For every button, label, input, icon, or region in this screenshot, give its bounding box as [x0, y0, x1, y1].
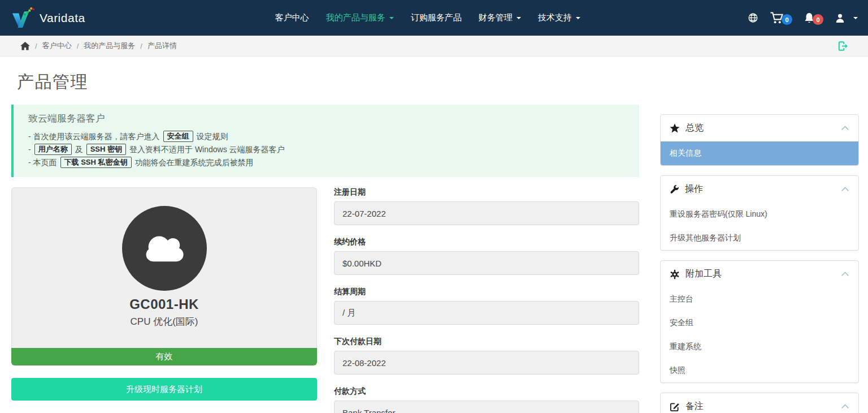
- star-icon: [670, 123, 680, 133]
- gear-icon: [670, 269, 680, 279]
- notice-box: 致云端服务器客户 - 首次使用该云端服务器，請客户進入 安全组 设定规则 - 用…: [11, 105, 639, 177]
- product-details-form: 注册日期 22-07-2022 续约价格 $0.00HKD 结算周期 / 月 下…: [334, 187, 639, 413]
- field-label: 付款方式: [334, 386, 639, 397]
- panel-title: 操作: [685, 183, 703, 195]
- notice-text: - 本页面: [28, 156, 57, 169]
- breadcrumb: / 客户中心 / 我的产品与服务 / 产品详情: [20, 41, 177, 51]
- chevron-down-icon: [389, 17, 394, 19]
- nav-item-my-products[interactable]: 我的产品与服务: [326, 12, 394, 23]
- logout-icon: [838, 41, 849, 51]
- chevron-up-icon: [841, 187, 849, 192]
- chevron-up-icon: [841, 404, 849, 409]
- sidebar-item-related-info[interactable]: 相关信息: [661, 141, 858, 165]
- notice-line: - 首次使用该云端服务器，請客户進入 安全组 设定规则: [28, 130, 628, 143]
- panel-actions: 操作 重设服务器密码(仅限 Linux) 升级其他服务器计划: [660, 175, 859, 251]
- field-label: 注册日期: [334, 187, 639, 197]
- download-ssh-key-kbd: 下载 SSH 私密金钥: [60, 157, 132, 168]
- renewal-price-value: $0.00HKD: [334, 251, 639, 275]
- ssh-key-kbd: SSH 密钥: [86, 144, 126, 155]
- nav-item-client-area[interactable]: 客户中心: [275, 12, 309, 23]
- panel-title: 备注: [685, 401, 704, 412]
- sidebar-item-console[interactable]: 主控台: [661, 287, 858, 311]
- panel-overview: 总览 相关信息: [660, 114, 859, 166]
- notice-text: 登入资料不适用于 Windows 云端服务器客户: [129, 143, 285, 156]
- billing-cycle-value: / 月: [334, 301, 639, 325]
- nav-item-billing[interactable]: 财务管理: [479, 12, 521, 23]
- home-icon[interactable]: [20, 42, 30, 50]
- brand-logo[interactable]: Varidata: [10, 7, 85, 29]
- panel-addon-tools: 附加工具 主控台 安全组 重建系统 快照: [660, 260, 859, 383]
- page-title: 产品管理: [17, 71, 859, 94]
- panel-overview-header[interactable]: 总览: [661, 115, 858, 141]
- chevron-down-icon: [517, 17, 521, 19]
- globe-icon: [748, 12, 758, 23]
- chevron-up-icon: [841, 272, 849, 277]
- sidebar-item-security-group[interactable]: 安全组: [661, 311, 858, 335]
- logout-button[interactable]: [838, 41, 849, 51]
- edit-icon: [670, 402, 680, 412]
- panel-title: 总览: [685, 122, 704, 134]
- notice-text: 及: [75, 143, 83, 156]
- breadcrumb-bar: / 客户中心 / 我的产品与服务 / 产品详情: [0, 36, 868, 57]
- panel-notes: 备注: [660, 393, 859, 413]
- status-badge: 有效: [11, 348, 317, 365]
- breadcrumb-my-products[interactable]: 我的产品与服务: [84, 41, 135, 51]
- sidebar-item-reset-password[interactable]: 重设服务器密码(仅限 Linux): [661, 203, 858, 226]
- notifications-button[interactable]: 0: [804, 11, 823, 25]
- product-card: GC001-HK CPU 优化(国际): [11, 187, 317, 348]
- form-group-payment-method: 付款方式 Bank Transfer: [334, 386, 639, 413]
- breadcrumb-separator: /: [77, 42, 79, 50]
- notice-text: 设定规则: [197, 130, 228, 143]
- chevron-down-icon: [576, 17, 580, 19]
- form-group-registration-date: 注册日期 22-07-2022: [334, 187, 639, 225]
- product-avatar: [122, 206, 207, 291]
- breadcrumb-separator: /: [35, 42, 37, 50]
- cart-count-badge: 0: [782, 14, 792, 25]
- account-menu-button[interactable]: [835, 12, 858, 24]
- next-due-date-value: 22-08-2022: [334, 351, 639, 375]
- payment-method-value: Bank Transfer: [334, 401, 639, 413]
- panel-title: 附加工具: [685, 268, 722, 280]
- username-kbd: 用户名称: [34, 144, 72, 155]
- product-name: GC001-HK: [129, 296, 199, 312]
- breadcrumb-separator: /: [140, 42, 142, 50]
- varidata-logo-icon: [10, 7, 35, 29]
- user-icon: [835, 12, 845, 24]
- notice-text: -: [28, 143, 31, 156]
- field-label: 结算周期: [334, 287, 639, 297]
- sidebar: 总览 相关信息 操作 重设服务器密码(仅限 Linux: [660, 105, 859, 413]
- registration-date-value: 22-07-2022: [334, 201, 639, 225]
- language-button[interactable]: [748, 12, 758, 23]
- sidebar-item-rebuild-system[interactable]: 重建系统: [661, 335, 858, 359]
- notice-line: - 用户名称 及 SSH 密钥 登入资料不适用于 Windows 云端服务器客户: [28, 143, 628, 156]
- chevron-up-icon: [841, 126, 849, 131]
- wrench-icon: [670, 184, 679, 194]
- cloud-icon: [140, 231, 189, 266]
- notification-count-badge: 0: [813, 14, 823, 25]
- form-group-renewal-price: 续约价格 $0.00HKD: [334, 237, 639, 275]
- product-plan: CPU 优化(国际): [131, 315, 198, 328]
- breadcrumb-product-details: 产品详情: [147, 41, 177, 51]
- main-column: 致云端服务器客户 - 首次使用该云端服务器，請客户進入 安全组 设定规则 - 用…: [11, 105, 639, 413]
- cart-button[interactable]: 0: [770, 11, 792, 25]
- sidebar-item-snapshot[interactable]: 快照: [661, 359, 858, 382]
- page-content: 产品管理 致云端服务器客户 - 首次使用该云端服务器，請客户進入 安全组 设定规…: [0, 71, 868, 413]
- upgrade-plan-button[interactable]: 升级现时服务器计划: [11, 378, 317, 401]
- field-label: 下次付款日期: [334, 337, 639, 347]
- navbar-icons: 0 0: [748, 11, 858, 25]
- panel-actions-header[interactable]: 操作: [661, 176, 858, 203]
- form-group-billing-cycle: 结算周期 / 月: [334, 287, 639, 325]
- security-group-kbd: 安全组: [163, 131, 193, 142]
- sidebar-item-upgrade-other-plan[interactable]: 升级其他服务器计划: [661, 226, 858, 250]
- notice-text: 功能将会在重建系统完成后被禁用: [135, 156, 254, 169]
- nav-item-order-services[interactable]: 订购服务产品: [411, 12, 462, 23]
- field-label: 续约价格: [334, 237, 639, 247]
- notice-text: - 首次使用该云端服务器，請客户進入: [28, 130, 160, 143]
- panel-notes-header[interactable]: 备注: [661, 393, 858, 413]
- panel-addon-tools-header[interactable]: 附加工具: [661, 261, 858, 287]
- notice-line: - 本页面 下载 SSH 私密金钥 功能将会在重建系统完成后被禁用: [28, 156, 628, 169]
- product-card-column: GC001-HK CPU 优化(国际) 有效 升级现时服务器计划: [11, 187, 317, 413]
- nav-item-support[interactable]: 技术支持: [538, 12, 580, 23]
- breadcrumb-client-area[interactable]: 客户中心: [42, 41, 72, 51]
- notice-title: 致云端服务器客户: [28, 112, 628, 125]
